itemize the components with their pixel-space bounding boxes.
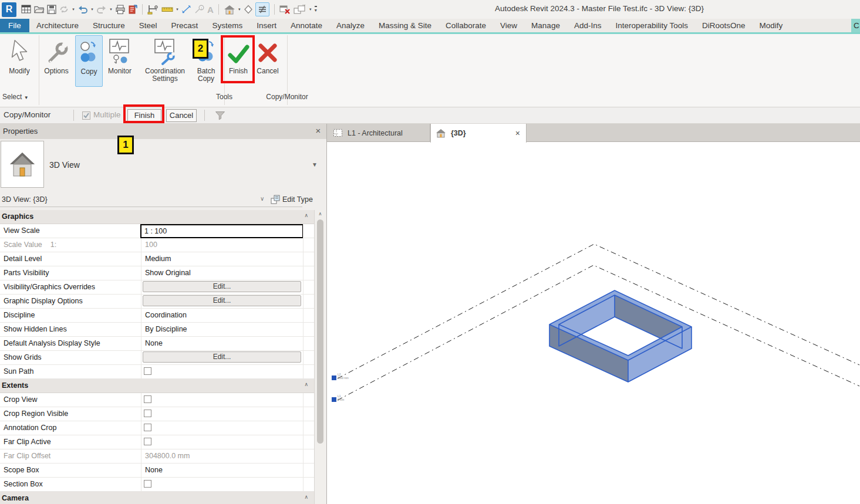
- options-button[interactable]: Options: [40, 35, 73, 75]
- section-icon[interactable]: [244, 2, 253, 16]
- section-graphics[interactable]: Graphics∧: [0, 210, 314, 224]
- project-grid-icon[interactable]: [21, 2, 32, 16]
- measure-icon[interactable]: [161, 2, 173, 16]
- switch-windows-icon[interactable]: [294, 2, 306, 16]
- section-camera[interactable]: Camera∧: [0, 492, 314, 504]
- modify-button[interactable]: Modify: [2, 35, 36, 75]
- prop-row-crop-view: Crop View: [0, 393, 314, 407]
- default-3d-view-icon[interactable]: [224, 2, 235, 16]
- edit-button-graphic-display-options[interactable]: Edit...: [143, 295, 301, 306]
- prop-row-far-clip-active: Far Clip Active: [0, 435, 314, 449]
- tag-icon: 1: [194, 2, 205, 16]
- qat-separator: [274, 4, 275, 15]
- pin-dimension-icon[interactable]: [147, 2, 159, 16]
- view-tab-close-icon[interactable]: ×: [514, 128, 521, 138]
- prop-value[interactable]: By Discipline: [141, 323, 303, 337]
- tab-structure[interactable]: Structure: [86, 19, 132, 32]
- checkbox-section-box[interactable]: [144, 480, 151, 488]
- collapse-chevron-icon[interactable]: ∧: [304, 494, 308, 500]
- multiple-checkbox[interactable]: [82, 111, 90, 120]
- sync-dropdown-icon[interactable]: ▾: [70, 7, 76, 12]
- tab-steel[interactable]: Steel: [132, 19, 164, 32]
- prop-row-view-scale: View Scale1 : 100: [0, 224, 314, 238]
- level-head-l1[interactable]: L1 0 mm: [332, 394, 345, 402]
- scrollbar-thumb[interactable]: [317, 219, 323, 444]
- collapse-chevron-icon[interactable]: ∧: [304, 212, 308, 218]
- instance-name[interactable]: 3D View: {3D}: [2, 195, 48, 204]
- tab-insert[interactable]: Insert: [249, 19, 284, 32]
- collapse-chevron-icon[interactable]: ∧: [304, 381, 308, 387]
- transfer-icon[interactable]: [128, 2, 137, 16]
- coordination-settings-button[interactable]: Coordination Settings: [139, 35, 191, 83]
- tab-collaborate[interactable]: Collaborate: [439, 19, 493, 32]
- aligned-dimension-icon[interactable]: [181, 2, 192, 16]
- print-icon[interactable]: [115, 2, 126, 16]
- switch-windows-dropdown-icon[interactable]: ▾: [308, 7, 313, 12]
- tab-manage[interactable]: Manage: [524, 19, 567, 32]
- thin-lines-icon[interactable]: [255, 2, 269, 16]
- edit-button-visibility-graphics-overrides[interactable]: Edit...: [143, 281, 301, 292]
- tab-massing-site[interactable]: Massing & Site: [372, 19, 439, 32]
- selected-wall-loop[interactable]: [549, 290, 692, 382]
- checkbox-sun-path[interactable]: [144, 367, 151, 375]
- edit-type-button[interactable]: Edit Type: [282, 195, 313, 204]
- 3d-view-dropdown-icon[interactable]: ▾: [237, 7, 242, 12]
- tab-interoperability-tools[interactable]: Interoperability Tools: [608, 19, 695, 32]
- customize-quick-access-icon[interactable]: ▾: [315, 2, 317, 16]
- checkbox-far-clip-active[interactable]: [144, 438, 151, 445]
- checkbox-annotation-crop[interactable]: [144, 424, 151, 431]
- properties-scrollbar[interactable]: ∧: [316, 210, 325, 504]
- quick-access-toolbar: R ▾ ▾ ▾ ▾ 1 A ▾ ▾ ▾: [2, 2, 318, 17]
- section-extents[interactable]: Extents∧: [0, 379, 314, 393]
- prop-value[interactable]: Show Original: [141, 266, 303, 280]
- edit-button-show-grids[interactable]: Edit...: [143, 351, 301, 363]
- view-tab-label: {3D}: [451, 129, 466, 137]
- checkbox-crop-view[interactable]: [144, 395, 151, 403]
- tab-precast[interactable]: Precast: [164, 19, 205, 32]
- scroll-up-icon[interactable]: ∧: [316, 211, 325, 217]
- type-selector-dropdown-icon[interactable]: ▼: [312, 161, 318, 168]
- monitor-button[interactable]: Monitor: [103, 35, 136, 75]
- 3d-view-canvas[interactable]: L2 3000 mm L1 0 mm: [327, 142, 860, 504]
- select-dropdown-icon[interactable]: ▼: [24, 95, 29, 100]
- prop-value[interactable]: None: [141, 464, 303, 478]
- filter-icon[interactable]: [215, 111, 225, 122]
- instance-dropdown-icon[interactable]: ∨: [260, 195, 264, 202]
- level-head-l2[interactable]: L2 3000 mm: [332, 373, 349, 380]
- tab-analyze[interactable]: Analyze: [329, 19, 372, 32]
- prop-value[interactable]: None: [141, 337, 303, 351]
- cancel-button-options-bar[interactable]: Cancel: [166, 109, 197, 122]
- checkbox-crop-region-visible[interactable]: [144, 410, 151, 417]
- tab-modify[interactable]: Modify: [753, 19, 790, 32]
- tab-view[interactable]: View: [493, 19, 524, 32]
- tab-file[interactable]: File: [0, 19, 29, 32]
- cancel-button-ribbon[interactable]: Cancel: [253, 35, 282, 75]
- view-tab-3d[interactable]: {3D} ×: [430, 124, 527, 143]
- prop-value-input[interactable]: 1 : 100: [140, 224, 303, 238]
- prop-label: Discipline: [4, 311, 35, 319]
- cancel-x-icon: [257, 35, 279, 66]
- type-selector[interactable]: 3D View ▼: [0, 139, 326, 194]
- tab-dirootsone[interactable]: DiRootsOne: [695, 19, 753, 32]
- copy-button[interactable]: Copy: [75, 35, 103, 87]
- prop-value: 304800.0 mm: [141, 449, 303, 464]
- tab-add-ins[interactable]: Add-Ins: [567, 19, 609, 32]
- tab-architecture[interactable]: Architecture: [29, 19, 86, 32]
- undo-icon[interactable]: [77, 2, 88, 16]
- select-panel-label[interactable]: Select ▼: [2, 93, 38, 103]
- prop-value[interactable]: Medium: [141, 252, 303, 266]
- undo-dropdown-icon[interactable]: ▾: [89, 7, 95, 12]
- instance-selector-bar: 3D View: {3D} ∨ Edit Type: [0, 194, 326, 207]
- view-tab-l1-architectural[interactable]: L1 - Architectural: [328, 124, 430, 142]
- save-icon[interactable]: [47, 2, 56, 16]
- redo-dropdown-icon[interactable]: ▾: [108, 7, 114, 12]
- measure-dropdown-icon[interactable]: ▾: [174, 7, 180, 12]
- tab-contextual-copy-monitor[interactable]: C: [851, 19, 860, 32]
- revit-logo[interactable]: R: [2, 2, 16, 17]
- tab-annotate[interactable]: Annotate: [284, 19, 329, 32]
- tab-systems[interactable]: Systems: [205, 19, 249, 32]
- prop-value[interactable]: Coordination: [141, 309, 303, 323]
- open-icon[interactable]: [34, 2, 45, 16]
- properties-close-icon[interactable]: ×: [313, 126, 323, 136]
- close-inactive-views-icon[interactable]: [279, 2, 291, 16]
